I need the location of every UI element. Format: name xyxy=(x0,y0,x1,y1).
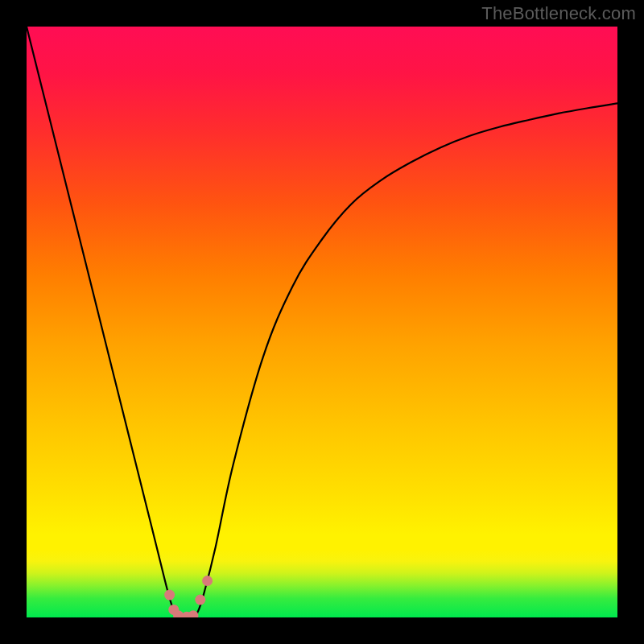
chart-frame: TheBottleneck.com xyxy=(0,0,644,644)
bottleneck-curve xyxy=(27,27,617,617)
plot-area xyxy=(27,27,617,617)
watermark-text: TheBottleneck.com xyxy=(481,3,636,24)
curve-marker xyxy=(195,594,205,605)
curve-marker xyxy=(164,590,175,601)
curve-marker xyxy=(202,576,213,586)
curve-markers xyxy=(164,576,213,617)
curve-marker xyxy=(188,610,198,617)
